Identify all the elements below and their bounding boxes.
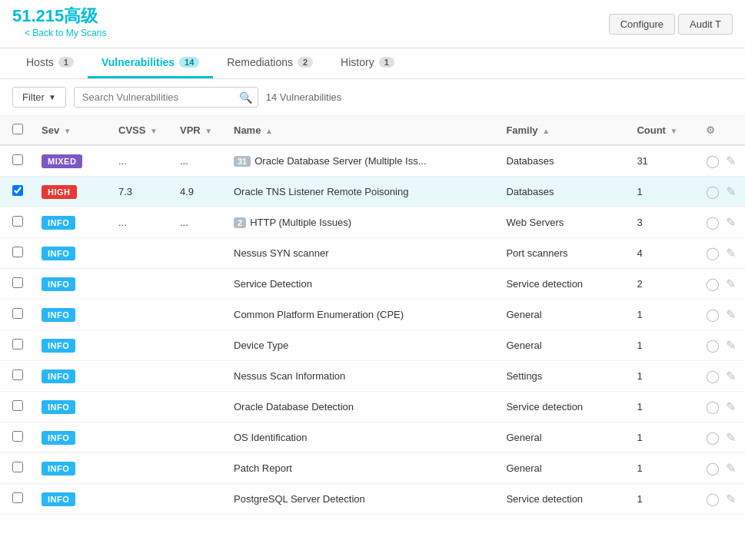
edit-icon[interactable]: ✎ [726, 400, 736, 413]
count-cell: 1 [627, 361, 697, 392]
row-checkbox[interactable] [12, 369, 23, 380]
edit-icon[interactable]: ✎ [726, 369, 736, 383]
row-checkbox[interactable] [12, 339, 23, 350]
col-vpr[interactable]: VPR ▼ [171, 116, 224, 145]
filter-button[interactable]: Filter ▼ [12, 87, 66, 108]
tabs: Hosts1Vulnerabilities14Remediations2Hist… [0, 48, 745, 79]
edit-icon[interactable]: ✎ [726, 216, 736, 229]
row-checkbox[interactable] [12, 492, 23, 503]
vuln-name: Nessus Scan Information [234, 370, 345, 382]
row-checkbox-cell[interactable] [0, 269, 32, 300]
edit-icon[interactable]: ✎ [726, 492, 736, 505]
sev-badge: HIGH [42, 185, 77, 199]
edit-icon[interactable]: ✎ [726, 185, 736, 198]
col-name[interactable]: Name ▲ [224, 116, 497, 145]
vpr-cell: 4.9 [171, 177, 224, 207]
row-checkbox-cell[interactable] [0, 484, 32, 515]
row-checkbox[interactable] [12, 400, 23, 411]
table-row[interactable]: INFOCommon Platform Enumeration (CPE)Gen… [0, 300, 745, 330]
sev-badge: INFO [42, 216, 75, 230]
row-checkbox-cell[interactable] [0, 238, 32, 269]
sev-badge: INFO [42, 400, 75, 414]
row-checkbox[interactable] [12, 462, 23, 472]
vpr-cell [171, 330, 224, 361]
col-family[interactable]: Family ▲ [497, 116, 627, 145]
back-link[interactable]: < Back to My Scans [12, 28, 118, 43]
row-checkbox[interactable] [12, 277, 23, 288]
table-row[interactable]: INFOPatch ReportGeneral1 ◯ ✎ [0, 453, 745, 484]
audit-button[interactable]: Audit T [678, 14, 733, 35]
row-checkbox[interactable] [12, 247, 23, 257]
name-cell: 31Oracle Database Server (Multiple Iss..… [224, 145, 497, 177]
table-row[interactable]: INFOOracle Database DetectionService det… [0, 392, 745, 422]
row-checkbox[interactable] [12, 185, 23, 196]
table-row[interactable]: INFO......2HTTP (Multiple Issues)Web Ser… [0, 207, 745, 238]
search-input[interactable] [74, 87, 258, 108]
tab-vulnerabilities[interactable]: Vulnerabilities14 [88, 48, 213, 78]
col-gear[interactable]: ⚙ [697, 116, 745, 145]
edit-icon[interactable]: ✎ [726, 308, 736, 321]
row-checkbox-cell[interactable] [0, 300, 32, 330]
edit-icon[interactable]: ✎ [726, 431, 736, 444]
sev-badge: INFO [42, 492, 75, 506]
vuln-name: Oracle TNS Listener Remote Poisoning [234, 186, 408, 197]
row-checkbox[interactable] [12, 154, 23, 165]
tab-remediations[interactable]: Remediations2 [213, 48, 327, 78]
sev-badge: INFO [42, 339, 75, 353]
select-all-checkbox[interactable] [12, 124, 23, 134]
edit-icon[interactable]: ✎ [726, 247, 736, 260]
count-cell: 1 [627, 177, 697, 207]
row-checkbox-cell[interactable] [0, 207, 32, 238]
row-checkbox-cell[interactable] [0, 177, 32, 207]
row-checkbox[interactable] [12, 216, 23, 227]
row-checkbox[interactable] [12, 308, 23, 319]
vuln-name: Device Type [234, 340, 288, 351]
top-bar: 51.215高级 < Back to My Scans Configure Au… [0, 0, 745, 48]
col-cvss[interactable]: CVSS ▼ [109, 116, 171, 145]
actions-cell: ◯ ✎ [697, 269, 745, 300]
sev-badge: INFO [42, 308, 75, 322]
name-cell: Nessus Scan Information [224, 361, 497, 392]
family-cell: Databases [497, 145, 627, 177]
table-row[interactable]: INFONessus Scan InformationSettings1 ◯ ✎ [0, 361, 745, 392]
actions-cell: ◯ ✎ [697, 145, 745, 177]
configure-button[interactable]: Configure [609, 14, 675, 35]
edit-icon[interactable]: ✎ [726, 339, 736, 352]
toolbar: Filter ▼ 🔍 14 Vulnerabilities [0, 79, 745, 116]
edit-icon[interactable]: ✎ [726, 154, 736, 167]
row-checkbox-cell[interactable] [0, 361, 32, 392]
table-row[interactable]: INFOOS IdentificationGeneral1 ◯ ✎ [0, 422, 745, 453]
table-row[interactable]: HIGH7.34.9Oracle TNS Listener Remote Poi… [0, 177, 745, 207]
row-checkbox-cell[interactable] [0, 330, 32, 361]
table-row[interactable]: MIXED......31Oracle Database Server (Mul… [0, 145, 745, 177]
check-circle-icon: ◯ [706, 247, 720, 260]
check-circle-icon: ◯ [706, 492, 720, 505]
vuln-name: Common Platform Enumeration (CPE) [234, 309, 404, 320]
cvss-cell [109, 392, 171, 422]
col-sev[interactable]: Sev ▼ [32, 116, 109, 145]
tab-hosts[interactable]: Hosts1 [12, 48, 88, 78]
row-checkbox-cell[interactable] [0, 392, 32, 422]
table-row[interactable]: INFOPostgreSQL Server DetectionService d… [0, 484, 745, 515]
row-checkbox-cell[interactable] [0, 422, 32, 453]
tab-history[interactable]: History1 [327, 48, 408, 78]
name-cell: Patch Report [224, 453, 497, 484]
edit-icon[interactable]: ✎ [726, 462, 736, 475]
col-count[interactable]: Count ▼ [627, 116, 697, 145]
family-cell: General [497, 453, 627, 484]
row-checkbox-cell[interactable] [0, 453, 32, 484]
select-all-header[interactable] [0, 116, 32, 145]
vpr-cell: ... [171, 145, 224, 177]
table-row[interactable]: INFODevice TypeGeneral1 ◯ ✎ [0, 330, 745, 361]
family-cell: General [497, 300, 627, 330]
name-cell: PostgreSQL Server Detection [224, 484, 497, 515]
table-row[interactable]: INFOService DetectionService detection2 … [0, 269, 745, 300]
row-checkbox[interactable] [12, 431, 23, 442]
sev-badge: INFO [42, 277, 75, 291]
row-checkbox-cell[interactable] [0, 145, 32, 177]
actions-cell: ◯ ✎ [697, 361, 745, 392]
table-row[interactable]: INFONessus SYN scannerPort scanners4 ◯ ✎ [0, 238, 745, 269]
edit-icon[interactable]: ✎ [726, 277, 736, 290]
filter-label: Filter [22, 91, 45, 103]
vuln-name: Oracle Database Detection [234, 401, 354, 413]
